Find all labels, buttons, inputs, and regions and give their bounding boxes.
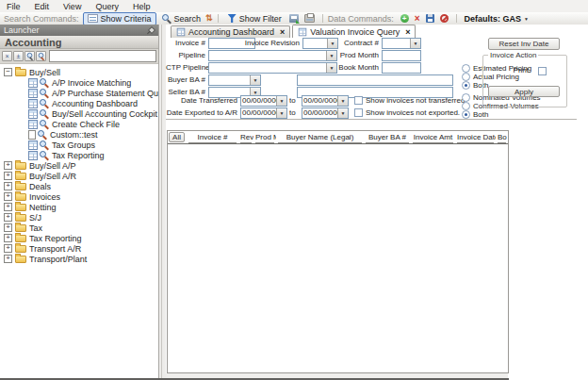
tree-folder-deals[interactable]: Deals (4, 181, 158, 191)
query-grid-icon (28, 99, 38, 108)
tree-folder-transport-plant[interactable]: Transport/Plant (4, 254, 158, 264)
date-transferred-from[interactable]: 00/00/0000 (240, 95, 287, 107)
save-icon[interactable] (426, 14, 434, 23)
chevron-down-icon[interactable] (337, 108, 348, 118)
column-header-book-month-clipped[interactable]: Bo (496, 132, 508, 143)
chevron-down-icon[interactable] (410, 39, 420, 48)
tree-folder-buysell-ap[interactable]: Buy/Sell A/P (4, 160, 158, 171)
tab-close-icon[interactable] (280, 27, 285, 37)
tree-item-custom-test[interactable]: Custom::test (4, 129, 158, 140)
search-button[interactable]: Search (156, 12, 206, 25)
tree-item-tax-reporting-query[interactable]: Tax Reporting (4, 150, 158, 160)
date-transferred-to[interactable]: 00/00/0000 (302, 95, 349, 107)
print-icon[interactable] (304, 14, 315, 23)
folder-icon (15, 235, 26, 242)
menu-file[interactable]: File (7, 2, 21, 11)
expand-all-button[interactable]: ± (13, 51, 24, 61)
chevron-down-icon[interactable] (276, 108, 286, 118)
tree-folder-tax[interactable]: Tax (4, 223, 158, 233)
expand-icon[interactable] (4, 182, 12, 190)
show-filter-button[interactable]: Show Filter (223, 12, 286, 25)
chevron-down-icon[interactable] (337, 96, 348, 106)
folder-icon (15, 69, 26, 76)
column-header-buyer-name[interactable]: Buyer Name (Legal) (276, 132, 364, 143)
expand-icon[interactable] (4, 172, 12, 180)
show-criteria-button[interactable]: Show Criteria (83, 12, 156, 25)
defaults-dropdown[interactable]: Defaults: GAS (465, 14, 529, 24)
tree-folder-invoices[interactable]: Invoices (4, 191, 158, 202)
contract-number-combo[interactable] (382, 38, 421, 49)
expand-icon[interactable] (4, 161, 12, 170)
show-not-transferred-checkbox[interactable] (354, 96, 363, 105)
column-header-invoice-date[interactable]: Invoice Date (455, 132, 496, 143)
book-month-input[interactable] (382, 62, 421, 74)
column-header-prod-mo[interactable]: Prod Mo (253, 132, 276, 143)
contract-number-label: Contract # (315, 38, 379, 49)
tree-folder-netting[interactable]: Netting (4, 202, 158, 212)
column-header-invoice-amt[interactable]: Invoice Amt (411, 132, 455, 143)
tree-item-ap-invoice-matching[interactable]: A/P Invoice Matching (4, 77, 158, 88)
tab-close-icon[interactable] (405, 27, 410, 37)
reset-inv-date-button[interactable]: Reset Inv Date (488, 38, 560, 50)
menu-help[interactable]: Help (133, 2, 151, 11)
column-header-rev[interactable]: Rev. (238, 132, 253, 143)
expand-icon[interactable] (4, 223, 12, 232)
query-grid-icon (177, 28, 186, 37)
expand-icon[interactable] (4, 234, 12, 242)
column-header-buyer-ba[interactable]: Buyer BA # (364, 132, 411, 143)
cancel-icon[interactable] (440, 14, 449, 23)
tree-item-tax-groups[interactable]: Tax Groups (4, 140, 158, 150)
tree-folder-buysell-ar[interactable]: Buy/Sell A/R (4, 171, 158, 181)
collapse-all-button[interactable]: × (2, 51, 12, 61)
expand-icon[interactable] (4, 244, 12, 253)
expand-icon[interactable] (4, 192, 12, 201)
tree-folder-buysell[interactable]: Buy/Sell (4, 67, 158, 77)
add-icon[interactable] (400, 14, 409, 23)
collapse-icon[interactable] (4, 68, 12, 76)
menu-edit[interactable]: Edit (35, 2, 50, 11)
radio-volumes-both[interactable]: Both (462, 109, 488, 119)
menu-view[interactable]: View (63, 2, 81, 11)
launcher-filter-input[interactable] (49, 50, 156, 62)
results-grid: All Invoice # Rev. Prod Mo Buyer Name (L… (167, 130, 509, 373)
tree-item-ap-purchase-statement-query[interactable]: A/P Purchase Statement Query (4, 88, 158, 98)
export-icon[interactable] (289, 14, 299, 23)
chevron-down-icon[interactable] (276, 96, 286, 106)
tree-folder-sj[interactable]: S/J (4, 212, 158, 223)
date-exported-to[interactable]: 00/00/0000 (302, 107, 349, 119)
folder-icon (15, 214, 26, 222)
chevron-down-icon[interactable] (250, 75, 260, 85)
invoice-action-title: Invoice Action (488, 51, 538, 59)
show-not-exported-checkbox[interactable] (354, 108, 363, 117)
tree-item-accounting-dashboard[interactable]: Accounting Dashboard (4, 98, 158, 108)
print-checkbox[interactable] (538, 67, 547, 75)
expand-icon[interactable] (4, 255, 12, 263)
query-search-icon (39, 119, 49, 129)
buyer-ba-name-input[interactable] (297, 74, 453, 86)
tree-folder-transport-ar[interactable]: Transport A/R (4, 243, 158, 254)
tab-accounting-dashboard[interactable]: Accounting Dashboard (171, 25, 290, 38)
date-exported-from[interactable]: 00/00/0000 (240, 107, 287, 119)
tab-valuation-invoice-query[interactable]: Valuation Invoice Query (292, 25, 416, 38)
menu-query[interactable]: Query (95, 2, 119, 11)
prod-month-input[interactable] (382, 50, 421, 61)
search-icon (161, 13, 172, 24)
select-all-button[interactable]: All (169, 132, 185, 142)
buyer-ba-combo[interactable] (208, 74, 261, 86)
tree-item-buysell-accounting-cockpit[interactable]: Buy/Sell Accounting Cockpit (4, 108, 158, 119)
query-search-icon (39, 108, 49, 119)
sort-icon[interactable] (205, 14, 213, 23)
column-header-invoice-number[interactable]: Invoice # (187, 132, 238, 143)
launcher-header-label: Accounting (5, 37, 62, 48)
expand-icon[interactable] (4, 203, 12, 211)
tree-folder-tax-reporting[interactable]: Tax Reporting (4, 233, 158, 243)
find-button[interactable] (24, 51, 35, 61)
apply-button[interactable]: Apply (488, 86, 560, 97)
pin-icon[interactable] (148, 26, 155, 34)
expand-icon[interactable] (4, 213, 12, 222)
query-grid-icon (299, 27, 307, 36)
search-commands-label: Search Commands: (4, 14, 79, 24)
tree-item-create-check-file[interactable]: Create Check File (4, 119, 158, 129)
delete-icon[interactable] (415, 14, 420, 24)
clear-find-button[interactable] (36, 51, 46, 61)
